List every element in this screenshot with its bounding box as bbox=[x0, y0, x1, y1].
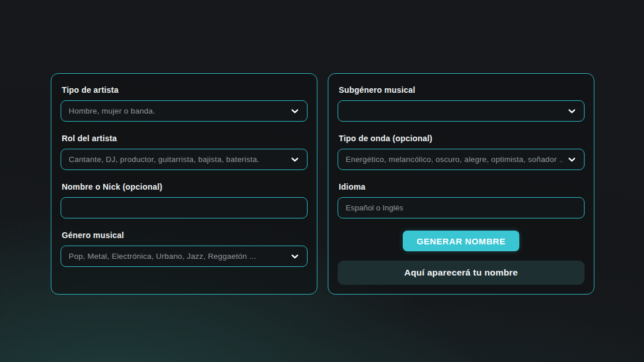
tipo-de-onda-select[interactable]: Energético, melancólico, oscuro, alegre,… bbox=[338, 149, 585, 170]
nombre-o-nick-input[interactable] bbox=[61, 197, 308, 218]
chevron-down-icon bbox=[290, 252, 299, 261]
form-panels: Tipo de artista Hombre, mujer o banda. R… bbox=[51, 73, 594, 295]
field-group-genero-musical: Género musical Pop, Metal, Electrónica, … bbox=[61, 230, 308, 267]
right-form-panel: Subgénero musical Tipo de onda (opcional… bbox=[328, 73, 594, 295]
subgenero-musical-label: Subgénero musical bbox=[339, 85, 585, 95]
genero-musical-label: Género musical bbox=[62, 230, 308, 240]
chevron-down-icon bbox=[567, 155, 576, 164]
chevron-down-icon bbox=[567, 107, 576, 116]
idioma-label: Idioma bbox=[339, 182, 585, 192]
idioma-input[interactable] bbox=[338, 197, 585, 218]
field-group-subgenero-musical: Subgénero musical bbox=[338, 85, 585, 122]
rol-del-artista-label: Rol del artista bbox=[62, 133, 308, 144]
genero-musical-select[interactable]: Pop, Metal, Electrónica, Urbano, Jazz, R… bbox=[61, 246, 308, 267]
tipo-de-artista-select[interactable]: Hombre, mujer o banda. bbox=[61, 100, 308, 122]
field-group-nombre-o-nick: Nombre o Nick (opcional) bbox=[61, 182, 308, 218]
field-group-tipo-de-artista: Tipo de artista Hombre, mujer o banda. bbox=[61, 85, 308, 122]
field-group-rol-del-artista: Rol del artista Cantante, DJ, productor,… bbox=[61, 133, 308, 170]
select-placeholder: Energético, melancólico, oscuro, alegre,… bbox=[346, 155, 563, 164]
generate-name-button[interactable]: GENERAR NOMBRE bbox=[403, 231, 519, 251]
select-placeholder: Pop, Metal, Electrónica, Urbano, Jazz, R… bbox=[69, 252, 286, 261]
left-form-panel: Tipo de artista Hombre, mujer o banda. R… bbox=[51, 73, 317, 295]
generated-name-result: Aquí aparecerá tu nombre bbox=[338, 261, 585, 285]
tipo-de-onda-label: Tipo de onda (opcional) bbox=[339, 133, 585, 144]
select-placeholder: Cantante, DJ, productor, guitarrista, ba… bbox=[69, 155, 286, 164]
chevron-down-icon bbox=[290, 155, 299, 164]
app-background: Tipo de artista Hombre, mujer o banda. R… bbox=[0, 0, 644, 362]
select-placeholder: Hombre, mujer o banda. bbox=[69, 107, 286, 115]
chevron-down-icon bbox=[290, 107, 299, 116]
nombre-o-nick-label: Nombre o Nick (opcional) bbox=[62, 182, 308, 192]
rol-del-artista-select[interactable]: Cantante, DJ, productor, guitarrista, ba… bbox=[61, 149, 308, 170]
tipo-de-artista-label: Tipo de artista bbox=[62, 85, 308, 95]
field-group-idioma: Idioma bbox=[338, 182, 585, 218]
subgenero-musical-select[interactable] bbox=[338, 100, 585, 122]
field-group-tipo-de-onda: Tipo de onda (opcional) Energético, mela… bbox=[338, 133, 585, 170]
